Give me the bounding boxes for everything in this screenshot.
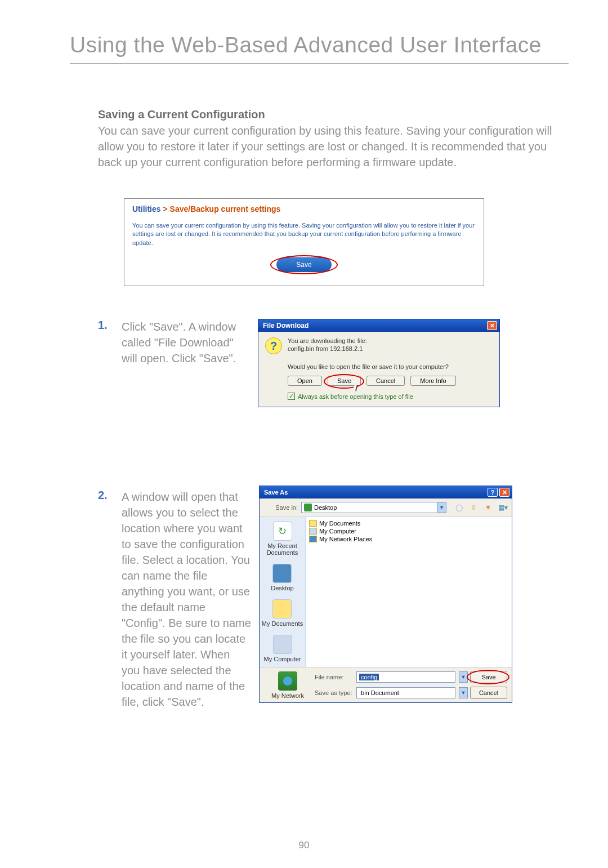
places-bar: ↻ My Recent Documents Desktop My Documen… [260,517,306,667]
computer-icon [309,528,317,535]
save-type-value: .bin Document [359,689,399,696]
page-number: 90 [0,840,608,851]
up-icon[interactable]: ⇧ [469,503,478,512]
save-as-dialog: Save As ? ✕ Save in: Desktop ▼ ◯ ⇧ ✶ ▦▾ … [259,486,512,703]
file-name-field[interactable]: config [356,671,455,683]
chevron-down-icon[interactable]: ▼ [437,502,446,513]
network-icon [309,536,317,542]
cancel-button[interactable]: Cancel [366,376,405,386]
place-desktop[interactable]: Desktop [271,564,293,591]
step-2-number: 2. [98,489,108,502]
utilities-description: You can save your current configuration … [132,221,476,247]
folder-icon [309,520,317,527]
save-in-combo[interactable]: Desktop ▼ [301,502,446,513]
close-icon[interactable]: ✕ [487,321,497,330]
save-button[interactable]: Save [276,257,331,272]
close-icon[interactable]: ✕ [499,488,509,497]
place-recent[interactable]: ↻ My Recent Documents [260,522,305,556]
desktop-icon [304,504,312,511]
more-info-button[interactable]: More Info [410,376,455,386]
place-mycomp[interactable]: My Computer [263,635,301,662]
highlight-oval [324,374,364,389]
download-line1: You are downloading the file: [288,337,367,344]
file-list[interactable]: My Documents My Computer My Network Plac… [306,517,512,667]
step-2-text: A window will open that allows you to se… [122,489,251,710]
list-item-label: My Network Places [319,536,372,542]
list-item-label: My Documents [319,520,360,527]
breadcrumb-sep: > [161,204,170,213]
list-item-label: My Computer [319,528,356,535]
open-button[interactable]: Open [288,376,322,386]
chevron-down-icon[interactable]: ▼ [459,687,468,698]
file-name-value: config [359,674,379,680]
list-item[interactable]: My Network Places [309,535,508,543]
section-heading: Saving a Current Configuration [98,108,265,121]
network-icon [278,671,297,691]
breadcrumb-page: Save/Backup current settings [170,204,281,213]
save-in-label: Save in: [264,504,298,511]
cancel-button[interactable]: Cancel [470,687,507,699]
download-prompt: Would you like to open the file or save … [288,363,493,370]
save-type-label: Save as type: [315,689,353,696]
place-mynetwork[interactable]: My Network [264,671,311,699]
place-mydocs-label: My Documents [262,620,303,627]
step-1-number: 1. [98,319,108,332]
file-name-label: File name: [315,674,353,680]
place-recent-label: My Recent Documents [260,542,305,556]
save-button-dialog[interactable]: Save [328,376,361,386]
place-mycomp-label: My Computer [263,656,301,662]
title-rule [70,63,569,64]
help-icon[interactable]: ? [488,488,498,497]
intro-paragraph: You can save your current configuration … [98,123,557,170]
file-download-dialog: File Download ✕ ? You are downloading th… [258,319,500,407]
folder-icon [272,599,292,618]
place-mynetwork-label: My Network [264,692,311,699]
download-line2: config.bin from 192.168.2.1 [288,345,367,352]
save-type-field[interactable]: .bin Document [356,687,455,698]
dialog-titlebar: File Download ✕ [258,319,499,332]
list-item[interactable]: My Computer [309,527,508,535]
utilities-panel: Utilities > Save/Backup current settings… [124,198,484,286]
computer-icon [273,635,292,654]
highlight-oval [270,255,338,274]
dialog-title: Save As [264,489,288,496]
save-in-value: Desktop [314,504,337,511]
always-ask-label: Always ask before opening this type of f… [298,393,413,400]
save-button[interactable]: Save [470,671,507,683]
dialog-titlebar: Save As ? ✕ [260,486,512,498]
highlight-oval [467,670,509,684]
breadcrumb-utilities: Utilities [132,204,161,213]
step-1-text: Click "Save". A window called "File Down… [122,319,245,366]
dialog-title: File Download [263,322,309,330]
always-ask-checkbox[interactable]: ✓ [288,393,295,400]
back-icon[interactable]: ◯ [454,503,463,512]
recent-icon: ↻ [273,522,292,541]
list-item[interactable]: My Documents [309,519,508,527]
place-desktop-label: Desktop [271,585,293,591]
desktop-icon [272,564,292,583]
page-title: Using the Web-Based Advanced User Interf… [70,33,569,57]
views-icon[interactable]: ▦▾ [498,503,507,512]
place-mydocs[interactable]: My Documents [262,599,303,627]
question-icon: ? [265,337,282,354]
breadcrumb: Utilities > Save/Backup current settings [132,204,476,213]
new-folder-icon[interactable]: ✶ [484,503,493,512]
